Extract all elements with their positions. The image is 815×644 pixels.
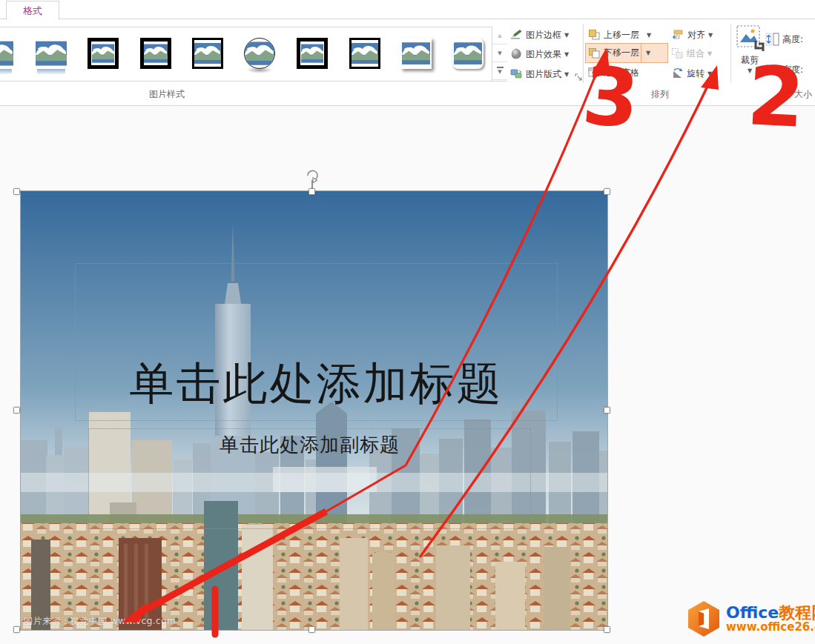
picture-layout-label: 图片版式 bbox=[526, 68, 561, 81]
group-divider bbox=[583, 24, 584, 83]
gallery-more-button[interactable]: ▼ bbox=[492, 62, 507, 80]
picture-style-thumbnail[interactable] bbox=[349, 38, 380, 69]
align-button[interactable]: 对齐 ▼ bbox=[672, 27, 713, 43]
picture-style-thumbnail[interactable] bbox=[297, 38, 328, 69]
picture-style-thumbnail[interactable] bbox=[36, 38, 67, 69]
picture-style-thumbnail[interactable] bbox=[400, 38, 432, 69]
title-placeholder-text: 单击此处添加标题 bbox=[130, 354, 504, 420]
align-icon bbox=[672, 29, 684, 41]
picture-effects-button[interactable]: 图片效果 ▼ bbox=[510, 46, 569, 62]
picture-style-thumbnail[interactable] bbox=[244, 38, 275, 69]
rotate-handle-icon[interactable] bbox=[303, 168, 322, 183]
chevron-down-icon: ▼ bbox=[748, 67, 752, 74]
gallery-scrollbar: ▲ ▼ ▼ bbox=[492, 27, 507, 82]
chevron-down-icon: ▼ bbox=[707, 50, 712, 57]
chevron-down-icon: ▼ bbox=[564, 32, 569, 39]
layout-icon bbox=[510, 68, 523, 80]
chevron-down-icon: ▼ bbox=[707, 70, 712, 77]
picture-style-thumbnail[interactable] bbox=[88, 38, 119, 69]
bring-forward-button[interactable]: 上移一层 ▼ bbox=[588, 27, 651, 43]
send-backward-button[interactable]: 下移一层 bbox=[586, 45, 639, 62]
width-field-row[interactable]: 宽度: bbox=[765, 63, 803, 76]
selection-pane-button[interactable]: 选择窗格 bbox=[588, 64, 639, 81]
bring-forward-icon bbox=[588, 29, 601, 41]
tab-format[interactable]: 格式 bbox=[6, 1, 59, 20]
resize-handle-bottom-left[interactable] bbox=[13, 626, 20, 633]
group-button: 组合 ▼ bbox=[671, 45, 712, 62]
arrange-group-label: 排列 bbox=[630, 88, 690, 101]
rotate-button[interactable]: 旋转 ▼ bbox=[671, 65, 712, 82]
subtitle-placeholder-text: 单击此处添加副标题 bbox=[220, 429, 400, 458]
send-backward-dropdown[interactable]: ▼ bbox=[641, 45, 655, 62]
selection-pane-label: 选择窗格 bbox=[604, 67, 639, 79]
ribbon-tab-row bbox=[0, 0, 815, 19]
resize-handle-bottom-middle[interactable] bbox=[308, 626, 315, 633]
site-url: www.office26.com bbox=[726, 622, 815, 634]
chevron-down-icon: ▼ bbox=[647, 32, 651, 39]
send-backward-icon bbox=[588, 47, 601, 59]
picture-layout-button[interactable]: 图片版式 ▼ bbox=[510, 66, 569, 82]
crop-button[interactable]: 裁剪 ▼ bbox=[733, 24, 767, 82]
site-name: Office教程网 bbox=[726, 604, 815, 622]
chevron-down-icon: ▼ bbox=[564, 51, 569, 58]
chevron-down-icon: ▼ bbox=[708, 32, 713, 39]
send-backward-label: 下移一层 bbox=[604, 47, 639, 59]
slide-picture[interactable]: 单击此处添加标题 单击此处添加副标题 图片来源：视觉中国 www.vcg.com bbox=[21, 191, 607, 630]
align-label: 对齐 bbox=[687, 29, 705, 42]
subtitle-placeholder[interactable]: 单击此处添加副标题 bbox=[88, 428, 531, 529]
gallery-scroll-up-button[interactable]: ▲ bbox=[492, 27, 507, 44]
resize-handle-top-right[interactable] bbox=[604, 188, 610, 195]
rotate-label: 旋转 bbox=[687, 67, 705, 80]
picture-style-thumbnail[interactable] bbox=[192, 38, 223, 69]
bring-forward-label: 上移一层 bbox=[604, 29, 639, 42]
picture-styles-group-label: 图片样式 bbox=[122, 88, 211, 101]
resize-handle-middle-right[interactable] bbox=[604, 407, 610, 414]
rotate-icon bbox=[671, 67, 684, 79]
height-field-row[interactable]: 高度: bbox=[765, 33, 803, 46]
selection-pane-icon bbox=[588, 67, 601, 79]
height-icon bbox=[765, 33, 780, 46]
picture-style-thumbnail[interactable] bbox=[0, 38, 13, 69]
resize-handle-bottom-right[interactable] bbox=[604, 626, 610, 633]
resize-handle-top-middle[interactable] bbox=[308, 188, 315, 195]
picture-effects-label: 图片效果 bbox=[526, 48, 561, 61]
title-placeholder[interactable]: 单击此处添加标题 bbox=[75, 263, 558, 421]
picture-style-thumbnail[interactable] bbox=[452, 38, 484, 69]
chevron-down-icon: ▼ bbox=[564, 71, 569, 78]
resize-handle-middle-left[interactable] bbox=[13, 407, 20, 414]
size-group-label: 大小 bbox=[773, 88, 815, 101]
picture-border-label: 图片边框 bbox=[526, 29, 561, 42]
group-label: 组合 bbox=[687, 47, 705, 60]
chevron-down-icon: ▼ bbox=[646, 50, 650, 56]
crop-label: 裁剪 bbox=[741, 54, 759, 67]
picture-border-button[interactable]: 图片边框 ▼ bbox=[510, 27, 569, 43]
office-hexagon-icon bbox=[687, 600, 721, 637]
group-icon bbox=[671, 47, 684, 59]
picture-style-thumbnail[interactable] bbox=[140, 38, 171, 69]
send-backward-highlight: 下移一层 ▼ bbox=[585, 43, 668, 63]
image-source-watermark: 图片来源：视觉中国 www.vcg.com bbox=[24, 615, 176, 628]
resize-handle-top-left[interactable] bbox=[13, 188, 20, 195]
height-label: 高度: bbox=[782, 33, 803, 46]
pencil-icon bbox=[510, 29, 523, 41]
effect-blob-icon bbox=[510, 48, 523, 60]
gallery-scroll-down-button[interactable]: ▼ bbox=[492, 44, 507, 62]
crop-icon bbox=[735, 24, 765, 53]
group-divider bbox=[730, 24, 731, 83]
site-badge: Office教程网 www.office26.com bbox=[687, 600, 815, 637]
width-label: 宽度: bbox=[782, 64, 803, 76]
width-icon bbox=[765, 63, 780, 76]
picture-styles-gallery bbox=[0, 27, 507, 82]
